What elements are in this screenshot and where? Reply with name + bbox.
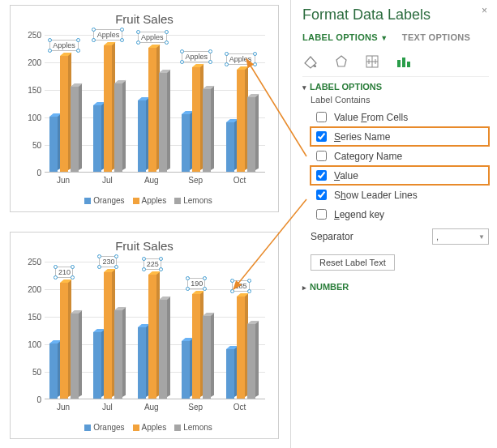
svg-rect-6 [397, 60, 401, 67]
data-label[interactable]: Apples [49, 40, 79, 51]
opt-value[interactable]: Value [311, 166, 489, 185]
y-tick: 150 [20, 313, 41, 322]
legend-item[interactable]: Lemons [183, 196, 212, 205]
bar[interactable] [71, 87, 79, 172]
data-label[interactable]: Apples [93, 29, 122, 41]
y-tick: 200 [20, 285, 41, 294]
section-number[interactable]: NUMBER [302, 282, 489, 292]
bar[interactable] [114, 83, 122, 172]
legend-item[interactable]: Apples [142, 196, 167, 205]
bar[interactable] [49, 117, 58, 172]
chart-bottom[interactable]: Fruit Sales050100150200250Jun210Jul230Au… [10, 232, 279, 439]
data-label[interactable]: Apples [182, 51, 211, 62]
y-tick: 50 [20, 141, 41, 150]
bar[interactable] [104, 272, 112, 399]
bar[interactable] [203, 316, 211, 399]
y-tick: 200 [20, 58, 41, 67]
chart-title: Fruit Sales [11, 239, 278, 253]
bar[interactable] [247, 97, 255, 172]
bar[interactable] [203, 89, 211, 172]
bar[interactable] [104, 45, 112, 172]
opt-category-name[interactable]: Category Name [311, 147, 489, 165]
bar[interactable] [182, 114, 190, 172]
opt-legend-key[interactable]: Legend key [311, 205, 489, 224]
separator-dropdown[interactable]: , ▼ [432, 228, 489, 245]
data-label[interactable]: 185 [232, 280, 250, 292]
y-tick: 150 [20, 86, 41, 95]
legend-item[interactable]: Apples [142, 423, 167, 432]
tab-text-options[interactable]: TEXT OPTIONS [402, 32, 470, 44]
size-properties-icon[interactable] [364, 53, 380, 70]
section-label-options[interactable]: LABEL OPTIONS [302, 82, 489, 92]
y-tick: 100 [20, 340, 41, 349]
tab-label-options[interactable]: LABEL OPTIONS ▼ [302, 32, 388, 44]
x-tick: Jul [87, 403, 127, 412]
pane-title: Format Data Labels [302, 6, 489, 23]
pane-icon-row [302, 50, 489, 77]
label-options-icon[interactable] [395, 53, 411, 70]
x-tick: Oct [220, 176, 260, 185]
bar[interactable] [93, 105, 101, 172]
data-label[interactable]: 210 [55, 267, 73, 278]
opt-series-name[interactable]: Series Name [311, 127, 489, 146]
bar[interactable] [114, 310, 122, 399]
checkbox-series-name[interactable] [316, 131, 327, 142]
bar[interactable] [60, 283, 68, 399]
bar[interactable] [237, 297, 245, 399]
y-tick: 0 [20, 395, 41, 404]
checkbox-leader-lines[interactable] [316, 190, 327, 200]
separator-label: Separator [311, 231, 353, 242]
chart-legend[interactable]: OrangesApplesLemons [11, 422, 278, 432]
fill-line-icon[interactable] [302, 53, 319, 70]
x-tick: Sep [175, 176, 216, 185]
legend-item[interactable]: Oranges [93, 423, 124, 432]
data-label[interactable]: 225 [144, 258, 161, 270]
checkbox-value-from-cells[interactable] [316, 112, 327, 122]
data-label[interactable]: Apples [226, 53, 255, 65]
bar[interactable] [226, 349, 234, 399]
checkbox-category-name[interactable] [316, 151, 327, 161]
bar[interactable] [138, 327, 146, 399]
bar[interactable] [159, 73, 167, 172]
y-tick: 100 [20, 113, 41, 122]
y-tick: 250 [20, 31, 41, 40]
chart-legend[interactable]: OrangesApplesLemons [11, 195, 278, 205]
bar[interactable] [138, 100, 146, 172]
y-tick: 0 [20, 169, 41, 177]
chart-top[interactable]: Fruit Sales050100150200250JunApplesJulAp… [10, 5, 279, 212]
bar[interactable] [237, 70, 245, 172]
bar[interactable] [49, 343, 58, 399]
data-label[interactable]: 230 [99, 256, 117, 267]
effects-icon[interactable] [333, 53, 349, 70]
data-label[interactable]: 190 [187, 278, 205, 289]
x-tick: Aug [131, 176, 172, 185]
bar[interactable] [226, 122, 234, 172]
legend-item[interactable]: Lemons [183, 423, 212, 432]
checkbox-legend-key[interactable] [316, 209, 327, 220]
bar[interactable] [93, 332, 101, 399]
bar[interactable] [60, 56, 68, 172]
bar[interactable] [182, 341, 190, 399]
bar[interactable] [159, 300, 167, 399]
opt-leader-lines[interactable]: Show Leader Lines [311, 186, 489, 204]
x-tick: Sep [175, 403, 216, 412]
checkbox-value[interactable] [316, 170, 327, 181]
close-icon[interactable]: × [482, 5, 487, 16]
x-tick: Oct [220, 403, 260, 412]
y-tick: 50 [20, 368, 41, 377]
bar[interactable] [148, 48, 156, 172]
bar[interactable] [148, 275, 156, 399]
legend-item[interactable]: Oranges [93, 196, 124, 205]
reset-label-text-button[interactable]: Reset Label Text [311, 254, 395, 271]
svg-rect-8 [407, 62, 410, 67]
bar[interactable] [192, 67, 200, 172]
svg-marker-0 [336, 56, 346, 66]
bar[interactable] [247, 324, 255, 399]
chart-title: Fruit Sales [11, 12, 278, 26]
x-tick: Jul [87, 176, 127, 185]
bar[interactable] [192, 294, 200, 399]
opt-value-from-cells[interactable]: Value From Cells [311, 108, 489, 126]
bar[interactable] [71, 314, 79, 399]
data-label[interactable]: Apples [138, 32, 167, 43]
x-tick: Aug [131, 403, 172, 412]
